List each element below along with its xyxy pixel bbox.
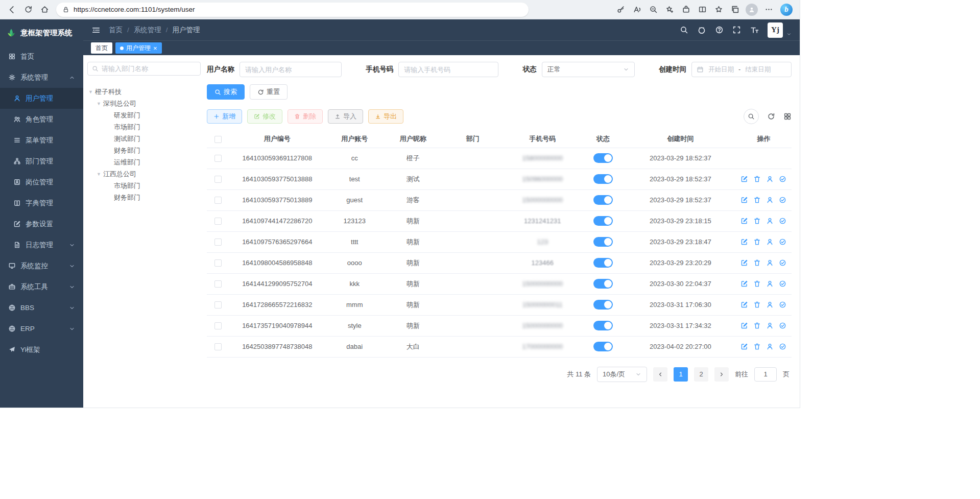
- tree-node-leaf[interactable]: 研发部门: [87, 109, 201, 121]
- sidebar-item-post-mgmt[interactable]: 岗位管理: [0, 172, 83, 193]
- refresh-icon[interactable]: [767, 112, 775, 121]
- tree-node-leaf[interactable]: 市场部门: [87, 180, 201, 192]
- dept-search-input[interactable]: [102, 65, 196, 73]
- tree-node-leaf[interactable]: 测试部门: [87, 133, 201, 145]
- goto-page-input[interactable]: [754, 367, 777, 382]
- tree-node-leaf[interactable]: 运维部门: [87, 156, 201, 168]
- status-toggle[interactable]: [593, 195, 613, 205]
- row-edit-icon[interactable]: [740, 238, 748, 246]
- select-all-checkbox[interactable]: [214, 136, 222, 143]
- row-user-icon[interactable]: [766, 217, 774, 225]
- browser-menu-button[interactable]: [761, 2, 776, 17]
- date-range-picker[interactable]: 开始日期 - 结束日期: [691, 62, 792, 77]
- tree-node-branch[interactable]: ▼深圳总公司: [87, 98, 201, 109]
- export-button[interactable]: 导出: [368, 109, 403, 124]
- tree-node-branch[interactable]: ▼江西总公司: [87, 168, 201, 180]
- zoom-button[interactable]: [646, 2, 661, 17]
- status-toggle[interactable]: [593, 174, 613, 184]
- row-user-icon[interactable]: [766, 238, 774, 246]
- row-delete-icon[interactable]: [753, 217, 761, 225]
- row-checkbox[interactable]: [214, 343, 222, 350]
- import-button[interactable]: 导入: [328, 109, 363, 124]
- collections-button[interactable]: [727, 2, 743, 17]
- next-page-button[interactable]: [714, 367, 729, 382]
- row-checkbox[interactable]: [214, 259, 222, 267]
- row-checkbox[interactable]: [214, 218, 222, 225]
- add-button[interactable]: 新增: [207, 109, 242, 124]
- row-delete-icon[interactable]: [753, 343, 761, 350]
- sidebar-item-menu-mgmt[interactable]: 菜单管理: [0, 130, 83, 151]
- table-search-button[interactable]: [744, 109, 759, 124]
- row-check-icon[interactable]: [779, 196, 786, 204]
- row-edit-icon[interactable]: [740, 280, 748, 288]
- address-bar[interactable]: https://ccnetcore.com:1101/system/user: [56, 3, 529, 17]
- row-check-icon[interactable]: [779, 175, 786, 183]
- row-edit-icon[interactable]: [740, 343, 748, 350]
- page-size-select[interactable]: 10条/页: [597, 367, 647, 382]
- row-checkbox[interactable]: [214, 239, 222, 246]
- tab-home[interactable]: 首页: [91, 42, 112, 54]
- font-size-icon[interactable]: [750, 26, 759, 35]
- status-toggle[interactable]: [593, 216, 613, 226]
- row-user-icon[interactable]: [766, 280, 774, 288]
- row-edit-icon[interactable]: [740, 175, 748, 183]
- row-checkbox[interactable]: [214, 197, 222, 204]
- github-icon[interactable]: [697, 26, 706, 35]
- extensions-button[interactable]: [678, 2, 694, 17]
- sidebar-item-home[interactable]: 首页: [0, 46, 83, 67]
- row-checkbox[interactable]: [214, 176, 222, 183]
- split-screen-button[interactable]: [695, 2, 710, 17]
- row-checkbox[interactable]: [214, 155, 222, 162]
- sidebar-item-erp[interactable]: ERP: [0, 318, 83, 339]
- row-edit-icon[interactable]: [740, 259, 748, 267]
- page-button-1[interactable]: 1: [674, 367, 688, 382]
- password-key-button[interactable]: [613, 2, 628, 17]
- row-delete-icon[interactable]: [753, 322, 761, 329]
- row-check-icon[interactable]: [779, 322, 786, 329]
- row-user-icon[interactable]: [766, 343, 774, 350]
- status-toggle[interactable]: [593, 258, 613, 268]
- row-delete-icon[interactable]: [753, 280, 761, 288]
- sidebar-item-tools[interactable]: 系统工具: [0, 276, 83, 297]
- sidebar-item-dept-mgmt[interactable]: 部门管理: [0, 151, 83, 172]
- fullscreen-icon[interactable]: [732, 26, 741, 34]
- tree-node-leaf[interactable]: 市场部门: [87, 121, 201, 133]
- row-checkbox[interactable]: [214, 301, 222, 308]
- reset-button[interactable]: 重置: [250, 84, 288, 100]
- row-edit-icon[interactable]: [740, 301, 748, 308]
- user-avatar[interactable]: Yj: [768, 22, 783, 38]
- status-toggle[interactable]: [593, 279, 613, 289]
- browser-back-button[interactable]: [4, 2, 19, 17]
- question-icon[interactable]: [715, 26, 724, 34]
- phone-input[interactable]: [398, 62, 498, 77]
- sidebar-item-dict-mgmt[interactable]: 字典管理: [0, 193, 83, 213]
- favorites-add-button[interactable]: [662, 2, 677, 17]
- sidebar-item-param-settings[interactable]: 参数设置: [0, 213, 83, 234]
- tab-user-mgmt[interactable]: 用户管理 ×: [115, 42, 162, 54]
- row-user-icon[interactable]: [766, 301, 774, 308]
- read-aloud-button[interactable]: [629, 2, 644, 17]
- row-user-icon[interactable]: [766, 175, 774, 183]
- row-edit-icon[interactable]: [740, 196, 748, 204]
- username-input[interactable]: [240, 62, 342, 77]
- browser-refresh-button[interactable]: [20, 2, 36, 17]
- collapse-sidebar-icon[interactable]: [91, 26, 101, 35]
- sidebar-item-role-mgmt[interactable]: 角色管理: [0, 109, 83, 130]
- row-edit-icon[interactable]: [740, 217, 748, 225]
- column-settings-icon[interactable]: [783, 112, 792, 121]
- sidebar-item-system[interactable]: 系统管理: [0, 67, 83, 88]
- row-check-icon[interactable]: [779, 280, 786, 288]
- row-checkbox[interactable]: [214, 322, 222, 329]
- tree-caret-icon[interactable]: ▼: [97, 172, 101, 177]
- row-edit-icon[interactable]: [740, 322, 748, 329]
- browser-home-button[interactable]: [37, 2, 52, 17]
- row-user-icon[interactable]: [766, 196, 774, 204]
- sidebar-item-yi-framework[interactable]: Yi框架: [0, 339, 83, 360]
- tree-node-root[interactable]: ▼橙子科技: [87, 86, 201, 98]
- row-check-icon[interactable]: [779, 238, 786, 246]
- status-toggle[interactable]: [593, 321, 613, 330]
- breadcrumb-home[interactable]: 首页: [109, 26, 123, 35]
- profile-avatar[interactable]: [746, 4, 758, 16]
- row-user-icon[interactable]: [766, 259, 774, 267]
- row-delete-icon[interactable]: [753, 259, 761, 267]
